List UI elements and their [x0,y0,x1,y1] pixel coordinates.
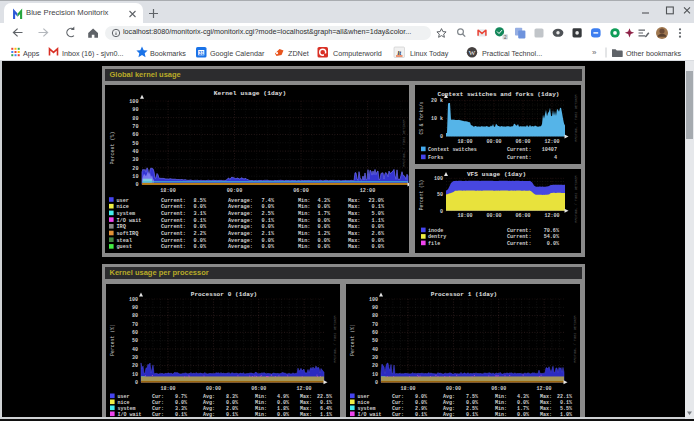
svg-text:4: 4 [554,155,557,161]
svg-text:Max:: Max: [348,198,360,204]
svg-text:60: 60 [371,330,377,336]
svg-text:steal: steal [117,238,133,244]
svg-text:18:00: 18:00 [457,213,472,219]
svg-text:10 k: 10 k [431,116,443,122]
svg-text:Average:: Average: [228,211,253,217]
svg-text:1.2%: 1.2% [318,231,331,237]
svg-text:0.0%: 0.0% [262,204,275,210]
svg-text:Processor 0 (1day): Processor 0 (1day) [191,291,258,298]
svg-text:00:00: 00:00 [486,139,501,145]
svg-text:Percent (%): Percent (%) [419,180,424,210]
svg-text:Min:: Min: [298,211,310,217]
svg-text:100: 100 [434,176,443,182]
svg-text:Min:: Min: [298,198,310,204]
svg-text:Processor 1 (1day): Processor 1 (1day) [430,291,497,298]
svg-text:50: 50 [132,141,138,147]
svg-text:10: 10 [132,372,138,378]
svg-text:Current:: Current: [507,228,531,234]
svg-text:system: system [117,211,136,217]
svg-text:Average:: Average: [228,204,253,210]
svg-text:0.0%: 0.0% [194,224,207,230]
svg-text:06:00: 06:00 [293,188,309,194]
svg-text:80: 80 [132,116,138,122]
svg-text:Current:: Current: [161,211,186,217]
svg-text:18:00: 18:00 [400,386,415,392]
svg-text:90: 90 [371,305,377,311]
svg-text:RRDTOOL / TOBI OETIKER: RRDTOOL / TOBI OETIKER [333,314,337,362]
svg-text:user: user [117,198,129,204]
svg-text:Average:: Average: [228,238,253,244]
svg-text:0: 0 [135,182,138,188]
svg-text:W: W [469,49,476,57]
svg-text:0: 0 [440,134,443,140]
svg-text:0.1%: 0.1% [372,204,385,210]
svg-text:2.2%: 2.2% [194,231,207,237]
svg-text:VFS usage (1day): VFS usage (1day) [467,171,526,178]
svg-text:40: 40 [132,149,138,155]
svg-text:Percent (%): Percent (%) [110,324,115,356]
svg-text:IRQ: IRQ [117,224,126,230]
svg-text:Max:: Max: [348,238,360,244]
svg-text:0: 0 [135,380,138,386]
svg-text:Current:: Current: [507,155,531,161]
svg-text:Min:: Min: [298,218,310,224]
svg-text:00:00: 00:00 [486,213,501,219]
svg-text:Max:: Max: [348,211,360,217]
svg-text:30: 30 [132,157,138,163]
svg-text:40: 40 [132,347,138,353]
svg-text:20: 20 [132,363,138,369]
svg-text:Current:: Current: [161,231,186,237]
svg-text:06:00: 06:00 [491,386,506,392]
svg-text:7.4%: 7.4% [262,198,275,204]
svg-text:Current:: Current: [507,234,531,240]
svg-text:inode: inode [428,228,443,234]
svg-text:1.7%: 1.7% [318,211,331,217]
svg-text:12:00: 12:00 [296,386,311,392]
svg-text:0.0%: 0.0% [318,204,331,210]
svg-text:90: 90 [132,107,138,113]
svg-text:Current:: Current: [161,218,186,224]
svg-text:Current:: Current: [161,204,186,210]
svg-text:00:00: 00:00 [445,386,460,392]
svg-text:40: 40 [371,347,377,353]
svg-text:Current:: Current: [507,147,531,153]
svg-text:30: 30 [371,355,377,361]
svg-text:100: 100 [368,297,377,303]
svg-text:0.0%: 0.0% [547,241,560,247]
svg-text:RRDTOOL / TOBI OETIKER: RRDTOOL / TOBI OETIKER [574,93,578,141]
svg-text:Max:: Max: [348,224,360,230]
svg-text:file: file [428,241,440,247]
svg-text:10: 10 [132,174,138,180]
svg-text:Min:: Min: [298,204,310,210]
svg-text:100: 100 [129,99,138,105]
svg-text:50: 50 [132,338,138,344]
svg-text:12:00: 12:00 [544,139,559,145]
svg-text:90: 90 [132,305,138,311]
svg-text:0.0%: 0.0% [194,238,207,244]
svg-text:80: 80 [132,313,138,319]
svg-text:CS & forks/s: CS & forks/s [419,101,424,134]
svg-text:1.1%: 1.1% [372,218,385,224]
svg-text:0.0%: 0.0% [372,244,385,250]
svg-text:Average:: Average: [228,224,253,230]
svg-text:80: 80 [371,313,377,319]
svg-text:60: 60 [132,132,138,138]
svg-text:dentry: dentry [428,234,446,240]
svg-text:20 k: 20 k [431,98,443,104]
svg-text:8.5%: 8.5% [194,198,207,204]
svg-text:Max:: Max: [348,231,360,237]
svg-text:30: 30 [132,355,138,361]
svg-text:20: 20 [371,363,377,369]
svg-text:Average:: Average: [228,231,253,237]
svg-text:lt: lt [397,49,401,56]
svg-text:softIRQ: softIRQ [117,231,139,237]
svg-text:Percent (%): Percent (%) [350,324,355,356]
svg-text:00:00: 00:00 [206,386,221,392]
svg-text:54.0%: 54.0% [544,234,560,240]
svg-text:Context switches: Context switches [428,147,477,153]
svg-text:Current:: Current: [507,241,531,247]
svg-text:0.0%: 0.0% [194,204,207,210]
svg-text:0: 0 [374,380,377,386]
svg-text:06:00: 06:00 [515,213,530,219]
svg-text:20: 20 [132,166,138,172]
